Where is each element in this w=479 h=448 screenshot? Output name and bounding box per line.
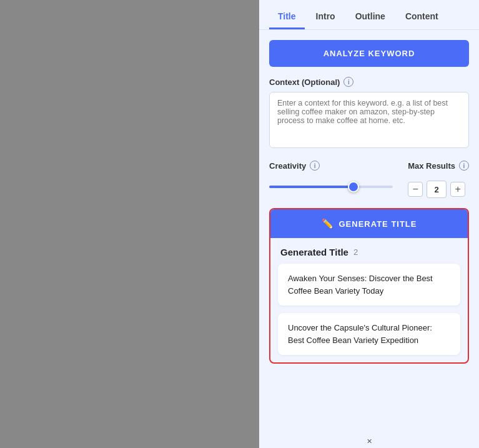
- creativity-group: Creativity i: [269, 161, 393, 193]
- left-panel: [0, 0, 259, 448]
- context-textarea[interactable]: [269, 92, 469, 148]
- context-section: Context (Optional) i: [269, 77, 469, 151]
- max-results-label: Max Results: [408, 161, 455, 171]
- creativity-label: Creativity: [269, 161, 306, 171]
- generated-title-label: Generated Title: [280, 247, 348, 257]
- tab-title[interactable]: Title: [269, 5, 305, 29]
- tab-content[interactable]: Content: [397, 5, 447, 29]
- context-info-icon[interactable]: i: [343, 77, 353, 87]
- creativity-info-icon[interactable]: i: [310, 161, 320, 171]
- max-results-control: − +: [408, 181, 469, 198]
- panel-content: ANALYZE KEYWORD Context (Optional) i Cre…: [259, 30, 479, 432]
- tabs-bar: Title Intro Outline Content: [259, 0, 479, 30]
- max-results-decrement-button[interactable]: −: [408, 182, 423, 197]
- generate-section: ✏️ GENERATE TITLE Generated Title 2 Awak…: [269, 208, 469, 364]
- context-label: Context (Optional) i: [269, 77, 469, 87]
- generated-header: Generated Title 2: [270, 238, 468, 264]
- tab-outline[interactable]: Outline: [347, 5, 394, 29]
- max-results-increment-button[interactable]: +: [450, 182, 465, 197]
- generate-icon: ✏️: [322, 218, 334, 229]
- right-panel: Title Intro Outline Content ANALYZE KEYW…: [259, 0, 479, 448]
- tab-intro[interactable]: Intro: [307, 5, 344, 29]
- generated-title-item-1[interactable]: Awaken Your Senses: Discover the Best Co…: [278, 264, 460, 306]
- creativity-slider[interactable]: [269, 186, 393, 188]
- generated-title-item-2[interactable]: Uncover the Capsule's Cultural Pioneer: …: [278, 313, 460, 355]
- bottom-label: ✕: [367, 437, 372, 446]
- controls-row: Creativity i Max Results i − +: [269, 161, 469, 198]
- generate-title-button[interactable]: ✏️ GENERATE TITLE: [270, 209, 468, 238]
- max-results-input[interactable]: [427, 181, 447, 198]
- bottom-area: ✕: [259, 432, 479, 448]
- max-results-group: Max Results i − +: [408, 161, 469, 198]
- analyze-keyword-button[interactable]: ANALYZE KEYWORD: [269, 40, 469, 67]
- creativity-slider-wrapper: [269, 181, 393, 193]
- max-results-info-icon[interactable]: i: [459, 161, 469, 171]
- generated-count: 2: [353, 247, 358, 257]
